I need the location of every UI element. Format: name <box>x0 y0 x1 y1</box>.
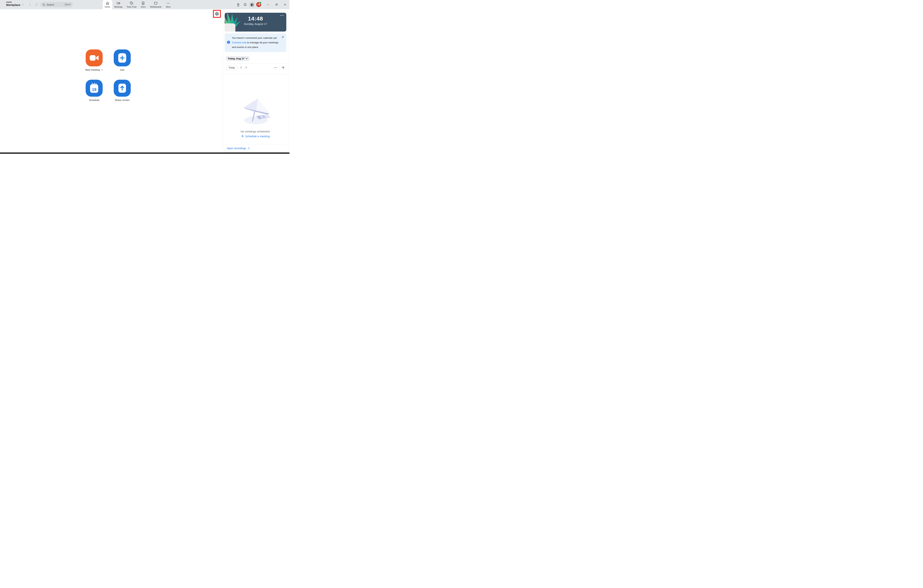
taskbar-edge <box>0 152 289 154</box>
previous-day-button[interactable] <box>240 66 242 69</box>
share-screen-label: Share screen <box>115 99 130 102</box>
banner-text: You haven't connected your calendar yet.… <box>232 36 281 50</box>
open-recordings-link[interactable]: Open recordings <box>227 147 250 150</box>
date-selector-label: Today, Aug 17 <box>228 57 245 60</box>
next-day-button[interactable] <box>245 66 247 69</box>
main-tabs: Home Meetings Team Chat Docs <box>103 0 173 9</box>
bell-icon <box>243 3 247 7</box>
close-icon <box>283 3 287 6</box>
plus-icon <box>241 135 244 138</box>
tab-home-label: Home <box>105 6 110 8</box>
search-placeholder: Search <box>46 3 54 6</box>
calendar-19-icon: 19 <box>90 83 99 93</box>
chevron-right-icon <box>248 147 250 149</box>
search-icon <box>43 3 45 6</box>
beach-umbrella-illustration <box>239 97 272 124</box>
close-icon <box>282 36 284 38</box>
calendar-icon <box>250 3 254 7</box>
home-side-panel: 14:48 Sunday, August 17 You haven't conn… <box>223 11 288 152</box>
tab-meetings[interactable]: Meetings <box>112 0 125 9</box>
schedule-button[interactable]: 19 <box>85 80 103 97</box>
plant-illustration <box>225 13 248 31</box>
schedule-a-meeting-link[interactable]: Schedule a meeting <box>241 134 270 138</box>
arrow-up-icon <box>118 84 126 93</box>
join-label: Join <box>120 69 125 71</box>
schedule-a-meeting-label: Schedule a meeting <box>245 134 270 138</box>
search-shortcut: Ctrl+F <box>65 3 71 6</box>
banner-text-before: You haven't connected your calendar yet. <box>232 36 278 39</box>
minimize-icon <box>266 3 269 6</box>
calendar-more-button[interactable] <box>274 67 277 68</box>
chevron-right-icon <box>245 66 247 69</box>
connect-now-link[interactable]: Connect now <box>232 41 246 44</box>
calendar-button[interactable] <box>249 2 255 7</box>
video-camera-icon <box>117 1 120 5</box>
back-button[interactable] <box>21 3 25 7</box>
avatar[interactable]: YS <box>256 2 261 7</box>
tab-docs[interactable]: Docs <box>138 0 148 9</box>
no-meetings-message: No meetings scheduled. <box>225 130 286 133</box>
history-button[interactable] <box>34 2 39 7</box>
tab-whiteboards[interactable]: Whiteboards <box>148 0 164 9</box>
open-recordings-label: Open recordings <box>227 147 246 150</box>
tab-docs-label: Docs <box>141 6 146 8</box>
titlebar: zoom Workplace Search Ctrl+F Home <box>0 0 289 9</box>
schedule-action[interactable]: 19 Schedule <box>79 80 109 102</box>
chevron-left-icon <box>21 3 25 6</box>
share-screen-button[interactable] <box>114 80 131 97</box>
empty-schedule-state: No meetings scheduled. Schedule a meetin… <box>225 97 286 138</box>
forward-button[interactable] <box>28 3 32 7</box>
banner-close-button[interactable] <box>281 36 284 38</box>
tab-meetings-label: Meetings <box>114 6 123 8</box>
schedule-label: Schedule <box>89 99 99 102</box>
chevron-right-icon <box>28 3 31 6</box>
presence-dot <box>259 2 261 4</box>
search-input[interactable]: Search Ctrl+F <box>40 2 73 7</box>
today-button[interactable]: Today <box>226 65 237 70</box>
new-meeting-action[interactable]: New meeting <box>79 49 109 71</box>
tab-more-label: More <box>166 6 171 8</box>
plus-icon <box>118 53 126 63</box>
add-meeting-button[interactable] <box>281 66 285 69</box>
divider <box>223 74 288 74</box>
notifications-button[interactable] <box>243 2 247 7</box>
tab-team-chat[interactable]: Team Chat <box>125 0 138 9</box>
logo-line-workplace: Workplace <box>6 3 20 6</box>
logo-line-zoom: zoom <box>6 1 20 3</box>
zoom-workplace-logo: zoom Workplace <box>6 1 20 6</box>
new-meeting-button[interactable] <box>85 49 103 66</box>
annotation-highlight-box <box>213 10 221 18</box>
clock-card: 14:48 Sunday, August 17 <box>225 13 286 31</box>
tab-whiteboards-label: Whiteboards <box>150 6 161 8</box>
chat-bubbles-icon <box>130 1 133 5</box>
panel-footer: Open recordings <box>223 144 288 152</box>
clock-card-menu-button[interactable] <box>281 15 284 16</box>
chevron-down-icon <box>246 58 248 59</box>
gear-icon <box>215 11 219 16</box>
connect-device-button[interactable] <box>236 2 240 7</box>
calendar-connect-banner: You haven't connected your calendar yet.… <box>225 33 286 52</box>
join-button[interactable] <box>114 49 131 66</box>
chevron-left-icon <box>240 66 242 69</box>
history-clock-icon <box>34 2 39 7</box>
tab-more[interactable]: More <box>164 0 173 9</box>
tab-home[interactable]: Home <box>103 0 112 9</box>
divider <box>279 66 279 70</box>
close-button[interactable] <box>283 3 287 7</box>
document-icon <box>141 1 145 5</box>
tab-team-chat-label: Team Chat <box>126 6 136 8</box>
info-icon <box>227 41 230 45</box>
plus-icon <box>281 66 285 69</box>
restore-button[interactable] <box>274 3 279 7</box>
settings-button[interactable] <box>215 11 219 16</box>
video-camera-icon <box>89 54 99 62</box>
new-meeting-label: New meeting <box>85 69 100 71</box>
date-selector-dropdown[interactable]: Today, Aug 17 <box>226 56 250 61</box>
schedule-date-number: 19 <box>92 87 96 92</box>
minimize-button[interactable] <box>266 3 270 7</box>
whiteboard-icon <box>154 1 158 5</box>
chevron-down-icon[interactable] <box>101 69 103 70</box>
join-action[interactable]: Join <box>107 49 137 71</box>
share-screen-action[interactable]: Share screen <box>107 80 137 102</box>
calendar-toolbar: Today <box>225 64 286 72</box>
